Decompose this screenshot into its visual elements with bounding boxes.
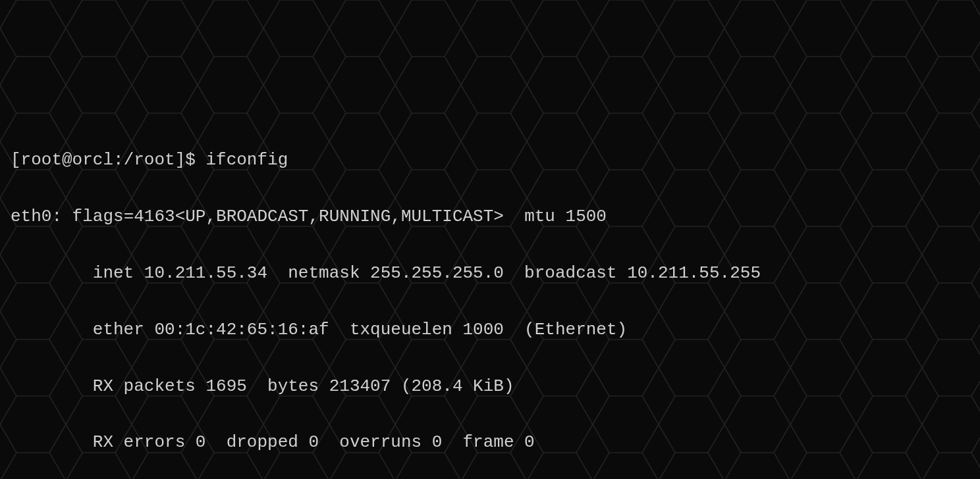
eth0-ether: ether 00:1c:42:65:16:af txqueuelen 1000 … (11, 316, 969, 344)
command: ifconfig (205, 150, 288, 170)
prompt: [root@orcl:/root]$ (11, 150, 205, 170)
eth0-header: eth0: flags=4163<UP,BROADCAST,RUNNING,MU… (11, 203, 969, 231)
terminal-output: [root@orcl:/root]$ ifconfig eth0: flags=… (11, 118, 969, 479)
command-line: [root@orcl:/root]$ ifconfig (11, 146, 969, 174)
eth0-inet: inet 10.211.55.34 netmask 255.255.255.0 … (11, 259, 969, 288)
eth0-rx-errors: RX errors 0 dropped 0 overruns 0 frame 0 (11, 428, 969, 457)
eth0-rx-packets: RX packets 1695 bytes 213407 (208.4 KiB) (11, 372, 969, 401)
